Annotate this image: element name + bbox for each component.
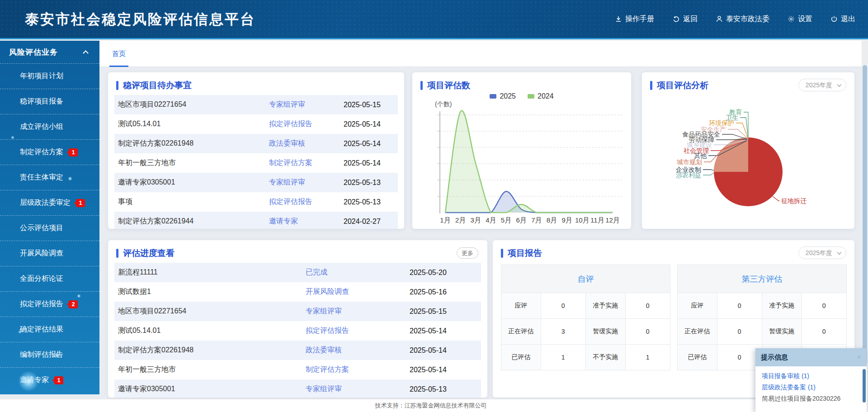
- sidebar-item-11[interactable]: 确定评估结果: [0, 317, 99, 342]
- action-link[interactable]: 开展风险调查: [306, 287, 410, 297]
- header-menu-logout[interactable]: 退出: [830, 14, 855, 24]
- tab-home[interactable]: 首页: [109, 41, 128, 67]
- header-menu-manual[interactable]: 操作手册: [615, 14, 654, 24]
- year-filter-select[interactable]: 2025年度: [798, 246, 846, 259]
- sidebar-item-10[interactable]: 拟定评估报告2: [0, 291, 99, 317]
- table-row: 事项拟定评估报告2025-05-13: [114, 192, 398, 212]
- header-menu-label: 泰安市政法委: [726, 14, 769, 24]
- header-menu-label: 退出: [841, 14, 855, 24]
- action-link[interactable]: 专家组评审: [306, 384, 410, 394]
- sidebar-item-label: 开展风险调查: [20, 249, 63, 258]
- user-icon: [716, 15, 723, 23]
- toast-link[interactable]: 层级政法委备案 (1): [762, 382, 859, 393]
- toast-scrollbar-thumb[interactable]: [863, 369, 866, 403]
- date: 2025-05-15: [344, 101, 394, 109]
- sidebar-item-3[interactable]: 成立评估小组: [0, 114, 99, 139]
- date: 2025-05-13: [344, 179, 394, 187]
- action-link[interactable]: 拟定评估报告: [269, 197, 344, 207]
- pie-chart: 教育卫生环境保护安全生产食品药品安全劳动保障城乡建设社会管理其他城市规划企业改制…: [642, 72, 854, 229]
- svg-text:1月: 1月: [440, 216, 450, 224]
- metric-label: 应评: [678, 293, 717, 319]
- metric-label: 已评估: [678, 345, 717, 370]
- action-link[interactable]: 制定评估方案: [306, 365, 410, 374]
- sidebar-group-risk-assessment[interactable]: 风险评估业务: [0, 41, 99, 63]
- metric-label: 不予实施: [585, 345, 625, 370]
- date: 2025-05-15: [410, 308, 477, 316]
- line-chart: 1月2月3月4月5月6月7月8月9月10月11月12月: [412, 72, 631, 229]
- panel-todo: 稳评项目待办事宜 地区市项目02271654专家组评审2025-05-15测试0…: [108, 72, 404, 229]
- tab-bar: 首页: [99, 41, 862, 67]
- table-row: 地区市项目02271654专家组评审2025-05-15: [114, 302, 481, 321]
- project-name: 邀请专家0305001: [118, 384, 306, 394]
- action-link[interactable]: 邀请专家: [269, 217, 344, 226]
- header-menu-back[interactable]: 返回: [672, 14, 698, 24]
- footer-text: 技术支持：江苏海盟金网信息技术有限公司: [375, 402, 487, 409]
- action-link[interactable]: 政法委审核: [269, 139, 344, 148]
- header-menu-settings[interactable]: 设置: [788, 14, 812, 24]
- date: 2025-05-14: [410, 346, 477, 355]
- sidebar-item-label: 拟定评估报告: [20, 299, 63, 309]
- table-row: 年初一般三方地市制定评估方案2025-05-14: [114, 153, 398, 173]
- panel-eval-analysis: 项目评估分析 2025年度 教育卫生环境保护安全生产食品药品安全劳动保障城乡建设…: [642, 72, 854, 229]
- project-name: 测试数据1: [118, 287, 306, 297]
- sidebar-item-2[interactable]: 稳评项目报备: [0, 89, 99, 114]
- app-window: 泰安市社会稳定风险评估信息平台 操作手册返回泰安市政法委设置退出 风险评估业务 …: [0, 0, 868, 412]
- date: 2025-05-13: [410, 385, 477, 393]
- close-icon[interactable]: ×: [857, 353, 861, 362]
- sidebar-item-13[interactable]: 邀请专家1: [0, 367, 99, 393]
- sidebar-item-8[interactable]: 开展风险调查: [0, 241, 99, 266]
- sidebar-item-1[interactable]: 年初项目计划: [0, 63, 99, 89]
- sidebar-item-12[interactable]: 编制评估报告: [0, 342, 99, 367]
- sidebar-item-6[interactable]: 层级政法委审定1: [0, 190, 99, 215]
- action-link[interactable]: 拟定评估报告: [269, 119, 344, 129]
- notification-badge: 1: [69, 148, 78, 156]
- date: 2025-05-14: [410, 327, 477, 335]
- metric-label: 正在评估: [678, 319, 717, 345]
- sidebar-items: 年初项目计划稳评项目报备成立评估小组制定评估方案1责任主体审定层级政法委审定1公…: [0, 63, 99, 393]
- action-link[interactable]: 政法委审核: [306, 346, 410, 355]
- toast-link[interactable]: 项目报备审核 (1): [762, 370, 859, 382]
- action-link[interactable]: 制定评估方案: [269, 158, 344, 168]
- action-link[interactable]: 专家组评审: [306, 307, 410, 316]
- sidebar-item-9[interactable]: 全面分析论证: [0, 266, 99, 291]
- sidebar-item-4[interactable]: 制定评估方案1: [0, 139, 99, 165]
- table-row: 测试05.14.01拟定评估报告2025-05-14: [114, 321, 481, 341]
- action-link[interactable]: 专家组评审: [269, 178, 344, 187]
- sidebar-item-label: 编制评估报告: [20, 350, 63, 360]
- metric-value: 0: [541, 293, 585, 319]
- project-name: 年初一般三方地市: [118, 365, 306, 374]
- notification-badge: 1: [76, 199, 85, 207]
- metric-label: 准予实施: [762, 293, 802, 319]
- sidebar-item-5[interactable]: 责任主体审定: [0, 165, 99, 190]
- action-link[interactable]: 已完成: [306, 268, 410, 277]
- action-link[interactable]: 拟定评估报告: [306, 326, 410, 336]
- svg-text:8月: 8月: [547, 216, 557, 224]
- header-menu-user[interactable]: 泰安市政法委: [716, 14, 769, 24]
- notification-badge: 2: [69, 300, 78, 308]
- toast-title: 提示信息: [761, 353, 788, 362]
- metric-label: 暂缓实施: [585, 319, 625, 345]
- panel-progress-title: 评估进度查看: [116, 247, 175, 259]
- sidebar-item-label: 稳评项目报备: [20, 97, 63, 106]
- sidebar-group-label: 风险评估业务: [9, 47, 58, 57]
- metric-value: 0: [717, 293, 762, 319]
- report-table-title: 第三方评估: [678, 265, 847, 293]
- sidebar-item-label: 制定评估方案: [20, 147, 63, 157]
- page-scrollbar-thumb[interactable]: [863, 65, 867, 365]
- svg-text:涉农利益: 涉农利益: [676, 171, 701, 179]
- table-row: 制定评估方案02261948政法委审核2025-05-14: [114, 341, 481, 360]
- svg-text:6月: 6月: [516, 216, 527, 224]
- action-link[interactable]: 专家组评审: [269, 100, 344, 109]
- report-table-self: 自评应评0准予实施0正在评估3暂缓实施0已评估1不予实施1: [501, 265, 670, 370]
- metric-label: 已评估: [501, 345, 541, 370]
- svg-text:征地拆迁: 征地拆迁: [781, 197, 807, 204]
- title-accent-bar: [501, 249, 503, 258]
- metric-value: 1: [625, 345, 670, 370]
- table-row: 制定评估方案02261948政法委审核2025-05-14: [114, 134, 398, 153]
- svg-text:3月: 3月: [471, 216, 481, 224]
- more-button[interactable]: 更多: [457, 247, 478, 259]
- date: 2025-05-14: [410, 366, 477, 374]
- sidebar-item-7[interactable]: 公示评估项目: [0, 215, 99, 241]
- header: 泰安市社会稳定风险评估信息平台 操作手册返回泰安市政法委设置退出: [0, 0, 868, 39]
- notification-badge: 1: [54, 376, 63, 384]
